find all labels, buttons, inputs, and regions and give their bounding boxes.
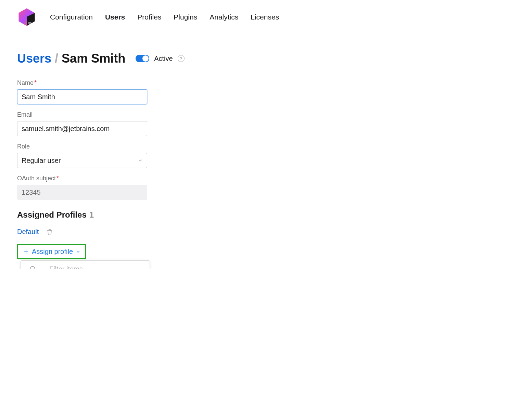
trash-icon[interactable] xyxy=(46,228,53,236)
breadcrumb-separator: / xyxy=(55,51,58,66)
svg-rect-2 xyxy=(28,22,31,23)
svg-point-3 xyxy=(30,267,35,269)
chevron-down-icon xyxy=(76,249,80,254)
profile-link-default[interactable]: Default xyxy=(17,228,39,236)
role-select[interactable]: Regular user xyxy=(17,153,147,168)
assigned-profiles-title: Assigned Profiles 1 xyxy=(17,210,147,220)
plus-icon xyxy=(23,249,29,255)
text-caret xyxy=(43,265,43,269)
nav-profiles[interactable]: Profiles xyxy=(137,13,161,21)
nav-analytics[interactable]: Analytics xyxy=(210,13,238,21)
nav-links: Configuration Users Profiles Plugins Ana… xyxy=(50,13,279,21)
nav-plugins[interactable]: Plugins xyxy=(174,13,197,21)
dropdown-filter-input[interactable] xyxy=(49,265,141,269)
email-label: Email xyxy=(17,111,147,118)
assign-profile-label: Assign profile xyxy=(32,248,73,256)
role-select-value: Regular user xyxy=(22,157,61,165)
help-icon[interactable]: ? xyxy=(178,55,185,62)
assign-profile-dropdown: Frontend Developer Java Developer xyxy=(21,260,150,269)
nav-users[interactable]: Users xyxy=(105,13,125,21)
active-toggle[interactable] xyxy=(136,55,149,62)
assigned-profiles-count: 1 xyxy=(89,210,94,220)
toolbox-logo xyxy=(17,8,36,27)
active-toggle-label: Active xyxy=(154,55,173,63)
email-input[interactable] xyxy=(17,121,147,136)
breadcrumb: Users / Sam Smith xyxy=(17,51,125,66)
breadcrumb-root[interactable]: Users xyxy=(17,51,51,66)
name-label: Name* xyxy=(17,79,147,87)
dropdown-search-row xyxy=(21,261,150,269)
assign-profile-button[interactable]: Assign profile xyxy=(17,244,86,259)
top-bar: Configuration Users Profiles Plugins Ana… xyxy=(0,0,532,34)
profile-row: Default xyxy=(17,228,147,236)
nav-licenses[interactable]: Licenses xyxy=(251,13,279,21)
breadcrumb-current: Sam Smith xyxy=(62,51,125,66)
nav-configuration[interactable]: Configuration xyxy=(50,13,93,21)
search-icon xyxy=(29,265,37,269)
oauth-label: OAuth subject* xyxy=(17,175,147,182)
name-input[interactable] xyxy=(17,89,147,104)
chevron-down-icon xyxy=(138,158,143,163)
role-label: Role xyxy=(17,143,147,150)
oauth-input xyxy=(17,185,147,200)
